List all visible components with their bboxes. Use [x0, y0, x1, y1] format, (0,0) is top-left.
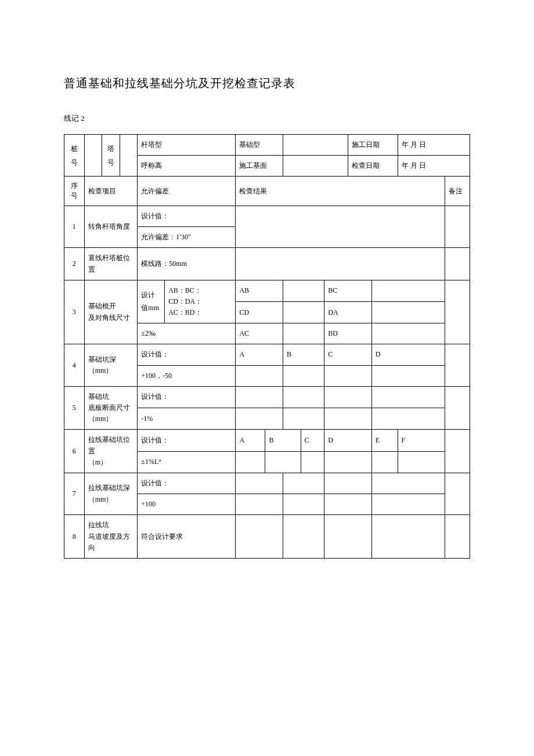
r7-v4: [371, 473, 445, 494]
col-item: 检查项目: [84, 177, 138, 206]
r3-BD-label: BD: [324, 323, 372, 344]
r4-tolerance: +100，-50: [138, 365, 236, 386]
r5-v3: [324, 386, 372, 408]
col-result: 检查结果: [236, 177, 445, 206]
r1-item: 转角杆塔角度: [84, 206, 138, 247]
check-date-value: 年 月 日: [398, 156, 470, 177]
r6-remark: [445, 430, 470, 473]
r4-remark: [445, 344, 470, 386]
r7-no: 7: [64, 473, 85, 514]
r3-tolerance: ±2‰: [138, 323, 236, 344]
r6-B-val: [265, 451, 301, 473]
r5-no: 5: [64, 386, 85, 430]
r4-design: 设计值：: [138, 344, 236, 365]
r3-BC-val: [371, 280, 445, 301]
check-date-label: 检查日期: [348, 156, 398, 177]
r8-v4: [371, 515, 445, 559]
r4-D-val: [371, 365, 445, 386]
construction-date-label: 施工日期: [348, 135, 398, 156]
construction-date-value: 年 月 日: [398, 135, 470, 156]
r4-B-val: [283, 365, 324, 386]
r5-v2b: [283, 408, 324, 430]
r5-remark: [445, 386, 470, 430]
r6-item: 拉线基础坑位置 （m）: [84, 430, 138, 473]
r8-remark: [445, 515, 470, 559]
col-seq: 序号: [64, 177, 85, 206]
r1-design: 设计值：: [138, 206, 236, 226]
call-height-label: 呼称高: [138, 156, 236, 177]
tower-no-label: 塔号: [102, 135, 120, 177]
r3-item: 基础根开 及对角线尺寸: [84, 280, 138, 344]
r6-E: E: [371, 430, 398, 451]
document-page: 普通基础和拉线基础分坑及开挖检查记录表 线记 2 桩号 塔号: [0, 0, 534, 756]
r6-no: 6: [64, 430, 85, 473]
r6-A-val: [236, 451, 265, 473]
r7-v3: [324, 473, 372, 494]
r6-A: A: [236, 430, 265, 451]
r3-remark: [445, 280, 470, 344]
r7-v1b: [236, 494, 283, 515]
r4-A: A: [236, 344, 283, 365]
r8-no: 8: [64, 515, 85, 559]
r6-C-val: [301, 451, 324, 473]
r6-D-val: [324, 451, 372, 473]
r1-tolerance: 允许偏差：1′30″: [138, 227, 236, 248]
r2-item: 直线杆塔桩位置: [84, 248, 138, 280]
r3-CD-val: [283, 302, 324, 323]
r7-v2b: [283, 494, 324, 515]
r8-v3: [324, 515, 372, 559]
foundation-type-value: [283, 135, 348, 156]
r3-CD-label: CD: [236, 302, 283, 323]
r3-DA-val: [371, 302, 445, 323]
r4-C-val: [324, 365, 372, 386]
r6-C: C: [301, 430, 324, 451]
r8-item: 拉线坑 马道坡度及方向: [84, 515, 138, 559]
r2-no: 2: [64, 248, 85, 280]
r4-D: D: [371, 344, 445, 365]
r5-v2: [283, 386, 324, 408]
r5-v4: [371, 386, 445, 408]
r8-v1: [236, 515, 283, 559]
r4-item: 基础坑深 （mm）: [84, 344, 138, 386]
r6-B: B: [265, 430, 301, 451]
r3-BC-label: BC: [324, 280, 372, 301]
construction-surface-value: [283, 156, 348, 177]
r2-remark: [445, 248, 470, 280]
r7-design: 设计值：: [138, 473, 236, 494]
r7-item: 拉线基础坑深 （mm）: [84, 473, 138, 514]
r5-v3b: [324, 408, 372, 430]
r8-v2: [283, 515, 324, 559]
r2-result: [236, 248, 445, 280]
r7-remark: [445, 473, 470, 514]
foundation-type-label: 基础型: [236, 135, 283, 156]
r5-tolerance: -1%: [138, 408, 236, 430]
r3-AC-val: [283, 323, 324, 344]
r4-B: B: [283, 344, 324, 365]
r5-v1: [236, 386, 283, 408]
r3-AC-label: AC: [236, 323, 283, 344]
r5-design: 设计值：: [138, 386, 236, 408]
r6-D: D: [324, 430, 372, 451]
r1-remark: [445, 206, 470, 247]
document-subtitle: 线记 2: [64, 113, 470, 124]
r8-tolerance: 符合设计要求: [138, 515, 236, 559]
r7-v1: [236, 473, 283, 494]
r3-design-vals: AB：BC： CD：DA： AC：BD：: [165, 280, 236, 323]
r4-no: 4: [64, 344, 85, 386]
tower-no-value: [120, 135, 138, 177]
r2-tolerance: 横线路：50mm: [138, 248, 236, 280]
r7-v4b: [371, 494, 445, 515]
r3-no: 3: [64, 280, 85, 344]
pile-no-value: [84, 135, 102, 177]
r6-tolerance: ±1%Lᵃ: [138, 451, 236, 473]
r5-v1b: [236, 408, 283, 430]
r3-AB-label: AB: [236, 280, 283, 301]
r3-AB-val: [283, 280, 324, 301]
pile-no-label: 桩号: [64, 135, 85, 177]
r6-F: F: [398, 430, 445, 451]
r7-tolerance: +100: [138, 494, 236, 515]
r6-design: 设计值：: [138, 430, 236, 451]
col-remark: 备注: [445, 177, 470, 206]
r1-result: [236, 206, 445, 247]
r1-no: 1: [64, 206, 85, 247]
